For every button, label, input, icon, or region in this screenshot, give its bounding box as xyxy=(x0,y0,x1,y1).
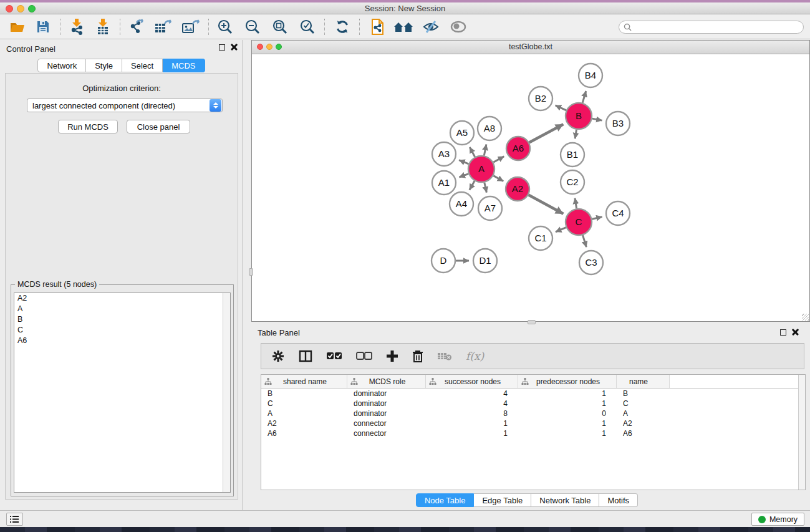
tab-node-table[interactable]: Node Table xyxy=(416,493,475,507)
cell-predecessor-nodes[interactable]: 0 xyxy=(518,409,617,418)
graph-edge-C-C3[interactable] xyxy=(582,235,586,247)
export-table-button[interactable] xyxy=(151,17,175,37)
deselect-all-button[interactable] xyxy=(356,347,372,365)
network-window-titlebar[interactable]: testGlobe.txt xyxy=(252,41,809,54)
tab-edge-table[interactable]: Edge Table xyxy=(474,493,531,507)
graph-edge-A-A1[interactable] xyxy=(459,174,468,177)
graph-edge-B-B1[interactable] xyxy=(575,130,576,139)
graph-edge-C-C4[interactable] xyxy=(592,217,602,220)
graph-node-A2[interactable]: A2 xyxy=(506,177,529,201)
mcds-result-list[interactable]: A2ABCA6 xyxy=(14,293,231,493)
cell-shared-name[interactable]: B xyxy=(261,389,347,398)
cell-MCDS-role[interactable]: dominator xyxy=(347,409,426,418)
zoom-fit-button[interactable] xyxy=(268,17,292,37)
save-session-button[interactable] xyxy=(31,17,55,37)
cell-predecessor-nodes[interactable]: 1 xyxy=(518,419,617,428)
cell-predecessor-nodes[interactable]: 1 xyxy=(518,399,617,408)
float-panel-icon[interactable] xyxy=(219,44,225,51)
window-resize-grip[interactable] xyxy=(802,314,809,321)
node-table[interactable]: shared nameMCDS rolesuccessor nodesprede… xyxy=(261,374,806,490)
graph-node-A1[interactable]: A1 xyxy=(432,171,456,195)
zoom-selected-button[interactable] xyxy=(296,17,319,37)
export-image-button[interactable] xyxy=(178,17,202,37)
zoom-in-button[interactable] xyxy=(213,17,237,37)
tab-network-table[interactable]: Network Table xyxy=(531,493,599,507)
cell-MCDS-role[interactable]: dominator xyxy=(347,399,426,408)
cell-successor-nodes[interactable]: 4 xyxy=(426,399,518,408)
tab-mcds[interactable]: MCDS xyxy=(163,59,205,72)
result-item[interactable]: B xyxy=(14,314,230,325)
graph-node-D[interactable]: D xyxy=(432,249,455,273)
graph-edge-B-B3[interactable] xyxy=(592,118,602,120)
cell-name[interactable]: B xyxy=(617,389,670,398)
graph-node-C2[interactable]: C2 xyxy=(561,170,584,194)
graph-edge-A-A2[interactable] xyxy=(493,176,503,181)
graph-node-B2[interactable]: B2 xyxy=(529,87,552,110)
table-row-C[interactable]: Cdominator41C xyxy=(261,399,805,409)
table-row-A6[interactable]: A6connector11A6 xyxy=(261,428,805,438)
graph-edge-A-A3[interactable] xyxy=(459,160,468,164)
graph-node-C1[interactable]: C1 xyxy=(529,226,552,250)
tab-select[interactable]: Select xyxy=(122,59,163,72)
delete-table-button-disabled[interactable] xyxy=(437,347,452,365)
graph-node-A[interactable]: A xyxy=(468,156,494,182)
run-mcds-button[interactable]: Run MCDS xyxy=(58,120,118,133)
graph-node-A7[interactable]: A7 xyxy=(478,196,502,220)
cell-successor-nodes[interactable]: 8 xyxy=(426,409,518,418)
graph-edge-A-A6[interactable] xyxy=(493,157,504,163)
cell-successor-nodes[interactable]: 4 xyxy=(426,389,518,398)
select-all-button[interactable] xyxy=(326,347,342,365)
graph-node-A8[interactable]: A8 xyxy=(478,117,501,140)
show-columns-button[interactable] xyxy=(299,347,312,365)
result-item[interactable]: A xyxy=(14,304,230,314)
graph-node-C4[interactable]: C4 xyxy=(606,201,630,225)
splitter-handle[interactable] xyxy=(249,268,253,276)
cell-MCDS-role[interactable]: connector xyxy=(347,419,426,428)
column-header-shared-name[interactable]: shared name xyxy=(261,375,347,388)
graph-node-B4[interactable]: B4 xyxy=(579,64,602,87)
graph-edge-C-C1[interactable] xyxy=(556,228,566,232)
graph-edge-C-C2[interactable] xyxy=(575,198,577,209)
hide-graphics-details-button[interactable] xyxy=(419,17,443,37)
search-input[interactable] xyxy=(634,23,803,32)
cell-shared-name[interactable]: A6 xyxy=(261,429,347,438)
table-row-A[interactable]: Adominator80A xyxy=(261,409,805,418)
graph-edge-B-B4[interactable] xyxy=(582,91,586,103)
cell-MCDS-role[interactable]: dominator xyxy=(347,389,426,398)
graph-node-C3[interactable]: C3 xyxy=(579,251,603,274)
open-session-button[interactable] xyxy=(6,17,30,37)
graph-node-B3[interactable]: B3 xyxy=(606,112,630,135)
graph-edge-A-A5[interactable] xyxy=(470,147,475,157)
home-views-button[interactable] xyxy=(392,17,415,37)
tab-style[interactable]: Style xyxy=(86,59,122,72)
cell-shared-name[interactable]: A2 xyxy=(261,419,347,428)
table-row-B[interactable]: Bdominator41B xyxy=(261,389,805,399)
create-column-button[interactable] xyxy=(386,347,398,365)
graph-node-B[interactable]: B xyxy=(566,103,592,129)
column-header-MCDS-role[interactable]: MCDS role xyxy=(347,375,426,388)
import-network-button[interactable] xyxy=(65,17,89,37)
show-graphics-details-button[interactable] xyxy=(446,17,470,37)
result-scrollbar[interactable] xyxy=(223,293,230,492)
cell-name[interactable]: A6 xyxy=(617,429,670,438)
graph-node-A4[interactable]: A4 xyxy=(450,192,473,216)
graph-edge-A-A7[interactable] xyxy=(485,182,487,192)
cell-successor-nodes[interactable]: 1 xyxy=(426,429,518,438)
result-item[interactable]: A2 xyxy=(14,293,230,304)
tab-motifs[interactable]: Motifs xyxy=(599,493,638,507)
cell-MCDS-role[interactable]: connector xyxy=(347,429,426,438)
cell-predecessor-nodes[interactable]: 1 xyxy=(518,429,617,438)
column-header-predecessor-nodes[interactable]: predecessor nodes xyxy=(518,375,617,388)
function-builder-button-disabled[interactable]: f(x) xyxy=(466,347,484,365)
memory-button[interactable]: Memory xyxy=(751,513,804,526)
new-network-from-selection-button[interactable] xyxy=(365,17,389,37)
delete-column-button[interactable] xyxy=(412,347,423,365)
apply-layout-button[interactable] xyxy=(330,17,354,37)
close-panel-button[interactable]: Close panel xyxy=(127,120,190,133)
graph-edge-A-A8[interactable] xyxy=(484,144,486,155)
criterion-dropdown[interactable]: largest connected component (directed) xyxy=(27,99,223,112)
cell-successor-nodes[interactable]: 1 xyxy=(426,419,518,428)
graph-node-A5[interactable]: A5 xyxy=(450,121,474,145)
window-titlebar[interactable]: Session: New Session xyxy=(0,2,810,14)
export-network-button[interactable] xyxy=(125,17,148,37)
